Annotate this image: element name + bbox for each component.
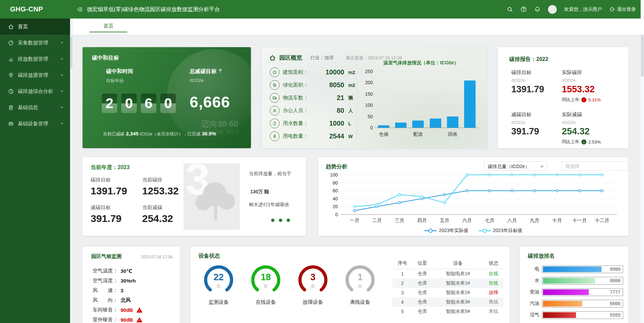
stat-label: 用电数量：	[283, 133, 314, 139]
truck-icon	[270, 93, 280, 103]
y-tick-label: 200	[361, 80, 373, 85]
search-icon[interactable]	[507, 6, 513, 12]
ranking-value: 6666	[610, 300, 620, 307]
sidebar-item-采集数据管理[interactable]: 采集数据管理	[0, 35, 70, 51]
logout-button[interactable]: 退出登录	[609, 6, 636, 12]
metric-value: 254.32	[562, 126, 622, 137]
sidebar-item-基础设备管理[interactable]: 基础设备管理	[0, 116, 70, 132]
sidebar-item-label: 碳排放综合分析	[18, 88, 60, 95]
tree-icon	[195, 177, 236, 227]
svg-text:十一月: 十一月	[573, 218, 587, 223]
metric-unit: /tCO2e	[562, 78, 622, 83]
ranking-bar-track: 9999	[542, 265, 623, 273]
stat-label: 建筑面积：	[283, 69, 314, 75]
svg-text:十月: 十月	[552, 218, 562, 223]
cell-device: 智能电表1#	[432, 269, 484, 279]
y-tick-label: 100	[361, 102, 373, 108]
ranking-value: 7777	[610, 289, 620, 296]
leaf-icon	[270, 80, 280, 90]
filter-select-input[interactable]	[561, 161, 628, 171]
page-title: 德宏烟草低(零)碳绿色物流园区碳排放数据监测分析平台	[87, 0, 220, 19]
ghg-bar-chart: 温室气体排放情况（单位：tCO2e） 050100150200250 仓储配送回…	[360, 60, 482, 143]
device-gauge: 22 台 监测设备	[195, 264, 242, 305]
table-header-row: 序号位置设备状态	[392, 258, 504, 269]
metric-unit: /tCO2e	[511, 78, 562, 83]
tab-home[interactable]: 首页	[88, 19, 129, 34]
bar-chart-icon	[8, 56, 14, 62]
climate-value: 90dB	[121, 317, 133, 323]
climate-value: 3	[121, 288, 123, 293]
cell-device: 智能水表5#	[432, 307, 484, 316]
stat-value: 21	[314, 94, 344, 102]
sidebar-item-label: 基础设备管理	[18, 121, 60, 127]
sidebar-collapse-icon[interactable]	[77, 6, 83, 12]
year-metric: 减碳目标 391.79	[91, 204, 122, 224]
climate-row: 风 速： 3	[93, 286, 174, 295]
climate-value: 90dB	[121, 307, 133, 313]
neutral-time-label: 碳中和时间	[106, 68, 133, 75]
legend-item[interactable]: 2023年实际值	[424, 228, 468, 234]
device-gauge: 3 台 故障设备	[289, 264, 336, 305]
carousel-dots	[271, 219, 290, 222]
sidebar-item-碳排放综合分析[interactable]: 碳排放综合分析	[0, 83, 70, 99]
cell-no: 4	[392, 297, 412, 307]
cell-device: 智能水表3#	[432, 297, 484, 307]
document-icon	[8, 105, 14, 110]
ranking-bar-fill	[543, 312, 576, 318]
device-icon	[8, 121, 14, 127]
svg-text:80: 80	[332, 180, 338, 186]
stat-value: 1000	[314, 120, 344, 127]
content-scrollbar-thumb[interactable]	[70, 36, 72, 69]
ranking-label: 电	[524, 266, 542, 272]
card-title: 趋势分析	[326, 163, 347, 170]
sidebar-item-label: 排放数据管理	[18, 56, 60, 62]
help-icon[interactable]	[520, 6, 527, 12]
park-stat-row: 办公人员： 80 人	[270, 106, 353, 116]
cell-location: 仓库	[412, 269, 432, 279]
column-header: 状态	[484, 258, 504, 269]
y-tick-label: 150	[361, 91, 373, 97]
svg-text:二月: 二月	[372, 218, 382, 223]
app-window: GHG-CNP 德宏烟草低(零)碳绿色物流园区碳排放数据监测分析平台 欢迎您，演…	[0, 0, 644, 323]
cell-location: 仓库	[412, 279, 432, 288]
x-tick-label: 配送	[410, 131, 427, 137]
legend-item[interactable]: 2023年目标值	[479, 228, 522, 234]
card-title: 碳排放排名	[528, 253, 555, 260]
year-metric: 碳排目标 1391.79	[91, 177, 127, 197]
arrow-up-icon: ↑	[581, 97, 586, 102]
svg-text:六月: 六月	[462, 218, 472, 223]
metric-value: 1391.79	[511, 84, 562, 95]
svg-text:九月: 九月	[530, 218, 539, 223]
flip-digit: 6	[141, 94, 156, 113]
metric-label: 减碳目标	[91, 204, 122, 211]
ranking-label: 汽油	[524, 300, 542, 306]
svg-text:20: 20	[332, 204, 338, 209]
sidebar-item-碳排放源管理[interactable]: 碳排放源管理	[0, 67, 70, 83]
report-metric: 实际减碳 /tCO2e 254.32 同比上年 ↓ 2.53%	[562, 111, 622, 145]
sidebar-item-首页[interactable]: 首页	[0, 19, 70, 35]
metric-value: 391.79	[91, 213, 122, 224]
tab-bar: 首页	[73, 19, 644, 35]
carbon-neutrality-card: 迈向30·60 实现碳达峰、碳中和 碳中和目标 碳中和时间 目标年份 2060 …	[83, 47, 251, 148]
avatar[interactable]	[548, 5, 557, 14]
metric-label: 当前减碳	[142, 204, 173, 211]
climate-row: 空气湿度： 30%rh	[93, 276, 174, 286]
ranking-row: 电 9999	[524, 263, 623, 275]
bar	[378, 125, 389, 128]
sidebar-item-排放数据管理[interactable]: 排放数据管理	[0, 51, 70, 67]
building-icon	[270, 67, 280, 77]
gauge-unit: 台	[297, 283, 329, 289]
sidebar-item-基础信息[interactable]: 基础信息	[0, 99, 70, 116]
sidebar-nav: 首页 采集数据管理 排放数据管理 碳排放源管理 碳排放综合分析 基础信息 基础设…	[0, 19, 70, 323]
metric-value: 254.32	[142, 213, 173, 224]
bell-icon[interactable]	[534, 6, 541, 12]
report-metric: 碳排目标 /tCO2e 1391.79	[511, 69, 562, 103]
stat-unit: L	[348, 121, 351, 126]
card-title: 园区概览	[279, 54, 302, 62]
metric-select[interactable]: 碳排总量（tCO2e）	[484, 161, 547, 171]
svg-text:七月: 七月	[485, 218, 494, 223]
device-gauges: 22 台 监测设备 18 台 在线设备 3 台 故障设备 1 台 离线设备	[195, 264, 384, 305]
flip-digit: 2	[102, 94, 117, 113]
yoy-value: 5.31%	[588, 97, 601, 102]
gauge-label: 监测设备	[195, 299, 242, 305]
